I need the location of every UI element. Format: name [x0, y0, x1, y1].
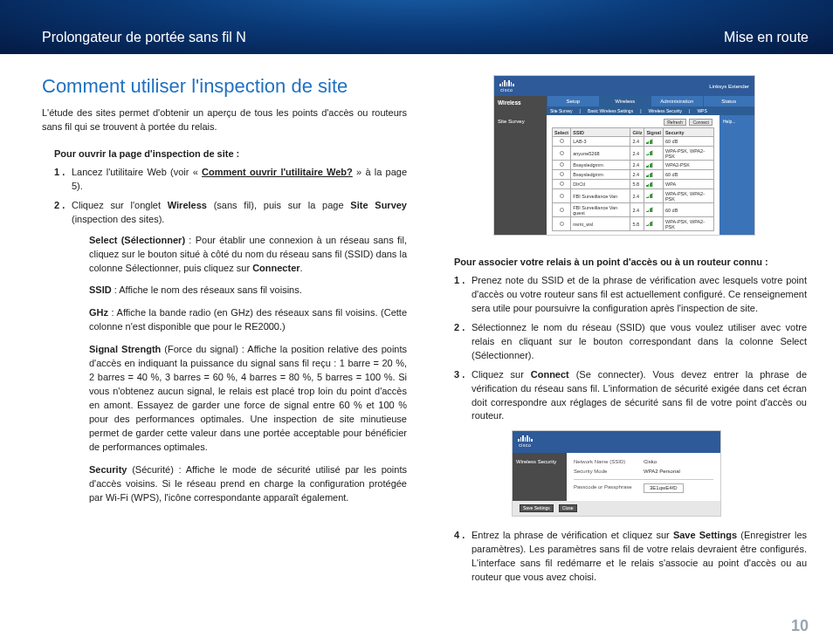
step-number: 1 .: [454, 274, 465, 288]
subtab-security[interactable]: Wireless Security: [648, 108, 682, 113]
cell-security: 60 dB: [663, 203, 713, 217]
close-button[interactable]: Close: [559, 504, 577, 512]
signal-bars-icon: [646, 150, 653, 155]
fig1-product-name: Linksys Extender: [709, 84, 749, 89]
cell-ssid: LAB-3: [571, 137, 630, 147]
cell-ssid: Bsaysledgmm: [571, 170, 630, 180]
table-row: Bsaysledgmm2.460 dB: [553, 170, 714, 180]
cell-security: WPA-PSK, WPA2-PSK: [663, 189, 713, 203]
tab-setup[interactable]: Setup: [547, 96, 599, 106]
fig2-top-bar: cisco: [513, 431, 720, 452]
select-radio[interactable]: [560, 182, 564, 186]
table-row: FBI Surveillance Van2.4WPA-PSK, WPA2-PSK: [553, 189, 714, 203]
subtab-basic[interactable]: Basic Wireless Settings: [588, 108, 633, 113]
signal-bars-icon: [646, 172, 653, 177]
table-row: nsmt_wsl5.8WPA-PSK, WPA2-PSK: [553, 217, 714, 231]
cell-security: 60 dB: [663, 137, 713, 147]
cell-ghz: 2.4: [630, 170, 644, 180]
fig1-help[interactable]: Help...: [719, 115, 754, 235]
cell-security: WPA-PSK, WPA2-PSK: [663, 217, 713, 231]
select-radio[interactable]: [560, 151, 564, 155]
select-radio[interactable]: [560, 208, 564, 212]
subtab-site-survey[interactable]: Site Survey: [550, 108, 573, 113]
table-row: LAB-32.460 dB: [553, 137, 714, 147]
table-row: anyone52682.4WPA-PSK, WPA2-PSK: [553, 147, 714, 161]
passphrase-input[interactable]: 3E1qwE4fD: [644, 483, 684, 493]
def-select: Select (Sélectionner) : Pour établir une…: [89, 234, 407, 276]
cell-signal: [644, 137, 664, 147]
cell-signal: [644, 217, 664, 231]
fig1-top-bar: cisco Linksys Extender: [494, 76, 754, 96]
right-column: cisco Linksys Extender Wireless Setup Wi…: [442, 75, 807, 590]
save-settings-button[interactable]: Save Settings: [520, 504, 554, 512]
step-number: 2 .: [54, 199, 65, 213]
cell-security: 60 dB: [663, 170, 713, 180]
tab-status[interactable]: Status: [703, 96, 755, 106]
left-steps: 1 . Lancez l'utilitaire Web (voir « Comm…: [54, 166, 407, 505]
right-steps: 1 . Prenez note du SSID et de la phrase …: [454, 274, 807, 585]
tab-wireless[interactable]: Wireless: [599, 96, 651, 106]
step-number: 2 .: [454, 321, 465, 335]
left-column: Comment utiliser l'inspection de site L'…: [42, 75, 407, 590]
cisco-logo-icon: cisco: [499, 79, 514, 92]
tab-admin[interactable]: Administration: [651, 96, 703, 106]
cell-ghz: 2.4: [630, 203, 644, 217]
cell-signal: [644, 147, 664, 161]
step-text: Cliquez sur Connect (Se connecter). Vous…: [472, 369, 807, 421]
signal-bars-icon: [646, 193, 653, 198]
select-radio[interactable]: [560, 162, 564, 167]
page-number: 10: [791, 617, 809, 635]
select-radio[interactable]: [560, 222, 564, 226]
signal-bars-icon: [646, 182, 653, 187]
signal-bars-icon: [646, 162, 653, 168]
def-security: Security (Sécurité) : Affiche le mode de…: [89, 463, 407, 505]
right-subhead: Pour associer votre relais à un point d'…: [454, 257, 807, 267]
step-text: Prenez note du SSID et de la phrase de v…: [472, 275, 807, 313]
th-ssid: SSID: [571, 128, 630, 137]
figure-wireless-security: cisco Wireless Security Network Name (SS…: [512, 430, 721, 517]
connect-button[interactable]: Connect: [689, 119, 713, 126]
fig1-side-wireless: Wireless: [494, 96, 547, 115]
cell-ssid: FBI Surveillance Van: [571, 189, 630, 203]
step-text: Lancez l'utilitaire Web (voir « Comment …: [72, 167, 407, 191]
step-number: 1 .: [54, 166, 65, 180]
cell-ssid: FBI Surveillance Van guest: [571, 203, 630, 217]
cell-signal: [644, 170, 664, 180]
signal-bars-icon: [646, 139, 653, 144]
step-text: Sélectionnez le nom du réseau (SSID) que…: [472, 322, 807, 360]
select-radio[interactable]: [560, 139, 564, 143]
cell-ghz: 5.8: [630, 180, 644, 189]
refresh-button[interactable]: Refresh: [664, 119, 686, 126]
header-banner: Prolongateur de portée sans fil N Mise e…: [0, 0, 833, 54]
cell-ssid: DlrCtl: [571, 180, 630, 189]
cell-ghz: 2.4: [630, 189, 644, 203]
th-security: Security: [663, 128, 713, 137]
table-row: Bsaysledgmm2.4WPA2-PSK: [553, 161, 714, 170]
right-step-1: 1 . Prenez note du SSID et de la phrase …: [454, 274, 807, 316]
def-signal: Signal Strength (Force du signal) : Affi…: [89, 343, 407, 455]
banner-title-left: Prolongateur de portée sans fil N: [42, 30, 246, 45]
cell-ssid: nsmt_wsl: [571, 217, 630, 231]
cell-signal: [644, 161, 664, 170]
left-step-2: 2 . Cliquez sur l'onglet Wireless (sans …: [54, 199, 407, 505]
cell-ghz: 2.4: [630, 161, 644, 170]
cell-ssid: Bsaysledgmm: [571, 161, 630, 170]
cell-security: WPA: [663, 180, 713, 189]
fig1-side-site-survey: Site Survey: [494, 115, 547, 235]
cell-ghz: 2.4: [630, 137, 644, 147]
cell-ghz: 2.4: [630, 147, 644, 161]
fig1-sub-tabs: Site Survey | Basic Wireless Settings | …: [547, 106, 754, 115]
fig1-main-tabs: Setup Wireless Administration Status: [547, 96, 754, 106]
figure-site-survey: cisco Linksys Extender Wireless Setup Wi…: [493, 75, 755, 236]
link-open-web-utility[interactable]: Comment ouvrir l'utilitaire Web?: [202, 167, 353, 177]
right-step-4: 4 . Entrez la phrase de vérification et …: [454, 529, 807, 585]
left-step-1: 1 . Lancez l'utilitaire Web (voir « Comm…: [54, 166, 407, 194]
cell-signal: [644, 180, 664, 189]
subtab-wps[interactable]: WPS: [697, 108, 706, 113]
cisco-logo-icon: cisco: [518, 435, 533, 449]
select-radio[interactable]: [560, 194, 564, 198]
table-row: FBI Surveillance Van guest2.460 dB: [553, 203, 714, 217]
fig2-side-label: Wireless Security: [513, 453, 567, 501]
site-survey-table: Select SSID GHz Signal Security LAB-32.4…: [552, 127, 714, 231]
select-radio[interactable]: [560, 172, 564, 176]
